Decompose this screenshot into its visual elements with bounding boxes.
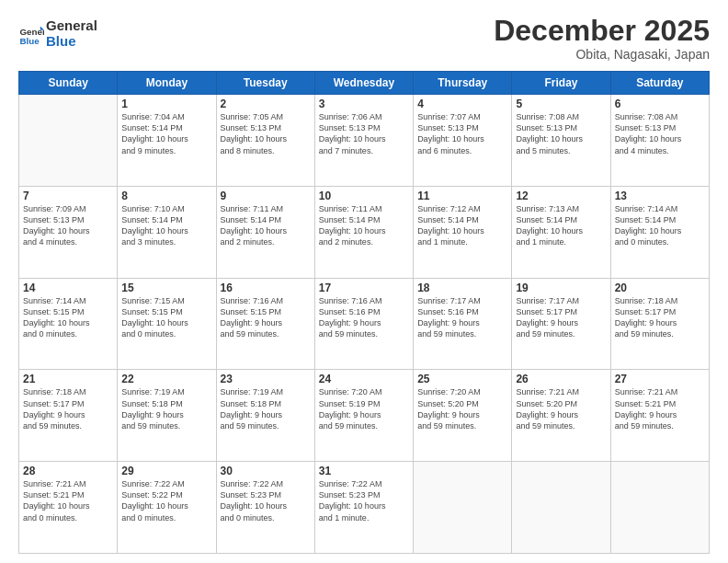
title-block: December 2025 Obita, Nagasaki, Japan: [494, 15, 710, 62]
calendar-cell: 9Sunrise: 7:11 AM Sunset: 5:14 PM Daylig…: [216, 186, 314, 278]
logo-icon: General Blue: [18, 21, 44, 47]
day-number: 15: [121, 282, 211, 294]
day-info: Sunrise: 7:22 AM Sunset: 5:23 PM Dayligh…: [319, 478, 409, 523]
day-info: Sunrise: 7:20 AM Sunset: 5:19 PM Dayligh…: [319, 386, 409, 431]
day-header-monday: Monday: [118, 72, 216, 95]
month-title: December 2025: [494, 15, 710, 47]
day-info: Sunrise: 7:04 AM Sunset: 5:14 PM Dayligh…: [121, 111, 211, 156]
day-number: 2: [221, 98, 311, 110]
day-info: Sunrise: 7:07 AM Sunset: 5:13 PM Dayligh…: [417, 111, 507, 156]
calendar-cell: 14Sunrise: 7:14 AM Sunset: 5:15 PM Dayli…: [19, 278, 118, 370]
day-info: Sunrise: 7:17 AM Sunset: 5:16 PM Dayligh…: [417, 295, 507, 340]
calendar-cell: 7Sunrise: 7:09 AM Sunset: 5:13 PM Daylig…: [19, 186, 118, 278]
day-number: 4: [417, 98, 507, 110]
day-number: 23: [221, 373, 311, 385]
calendar-cell: 19Sunrise: 7:17 AM Sunset: 5:17 PM Dayli…: [512, 278, 610, 370]
week-row-5: 28Sunrise: 7:21 AM Sunset: 5:21 PM Dayli…: [19, 462, 710, 554]
day-header-tuesday: Tuesday: [216, 72, 314, 95]
day-info: Sunrise: 7:21 AM Sunset: 5:21 PM Dayligh…: [23, 478, 113, 523]
day-number: 3: [319, 98, 409, 110]
calendar-cell: 20Sunrise: 7:18 AM Sunset: 5:17 PM Dayli…: [610, 278, 709, 370]
day-header-sunday: Sunday: [19, 72, 118, 95]
day-info: Sunrise: 7:19 AM Sunset: 5:18 PM Dayligh…: [121, 386, 211, 431]
calendar-cell: 15Sunrise: 7:15 AM Sunset: 5:15 PM Dayli…: [118, 278, 216, 370]
day-info: Sunrise: 7:12 AM Sunset: 5:14 PM Dayligh…: [417, 203, 507, 248]
calendar-cell: 18Sunrise: 7:17 AM Sunset: 5:16 PM Dayli…: [414, 278, 512, 370]
day-number: 25: [417, 373, 507, 385]
calendar-cell: 4Sunrise: 7:07 AM Sunset: 5:13 PM Daylig…: [414, 95, 512, 187]
day-info: Sunrise: 7:16 AM Sunset: 5:16 PM Dayligh…: [319, 295, 409, 340]
day-number: 10: [319, 190, 409, 202]
logo: General Blue General Blue: [18, 18, 97, 49]
day-info: Sunrise: 7:13 AM Sunset: 5:14 PM Dayligh…: [516, 203, 606, 248]
day-info: Sunrise: 7:21 AM Sunset: 5:21 PM Dayligh…: [615, 386, 705, 431]
calendar-cell: [512, 462, 610, 554]
page-container: General Blue General Blue December 2025 …: [0, 0, 728, 563]
calendar-cell: 23Sunrise: 7:19 AM Sunset: 5:18 PM Dayli…: [216, 370, 314, 462]
calendar-cell: 3Sunrise: 7:06 AM Sunset: 5:13 PM Daylig…: [314, 95, 413, 187]
calendar-cell: 8Sunrise: 7:10 AM Sunset: 5:14 PM Daylig…: [118, 186, 216, 278]
calendar-cell: 25Sunrise: 7:20 AM Sunset: 5:20 PM Dayli…: [414, 370, 512, 462]
calendar-cell: 31Sunrise: 7:22 AM Sunset: 5:23 PM Dayli…: [314, 462, 413, 554]
calendar-cell: 24Sunrise: 7:20 AM Sunset: 5:19 PM Dayli…: [314, 370, 413, 462]
day-info: Sunrise: 7:14 AM Sunset: 5:15 PM Dayligh…: [23, 295, 113, 340]
calendar-table: SundayMondayTuesdayWednesdayThursdayFrid…: [18, 71, 710, 554]
calendar-cell: 13Sunrise: 7:14 AM Sunset: 5:14 PM Dayli…: [610, 186, 709, 278]
day-header-wednesday: Wednesday: [314, 72, 413, 95]
day-number: 28: [23, 465, 113, 477]
day-info: Sunrise: 7:14 AM Sunset: 5:14 PM Dayligh…: [615, 203, 705, 248]
day-number: 27: [615, 373, 705, 385]
day-info: Sunrise: 7:18 AM Sunset: 5:17 PM Dayligh…: [23, 386, 113, 431]
day-number: 29: [121, 465, 211, 477]
day-info: Sunrise: 7:16 AM Sunset: 5:15 PM Dayligh…: [221, 295, 311, 340]
day-info: Sunrise: 7:08 AM Sunset: 5:13 PM Dayligh…: [615, 111, 705, 156]
day-info: Sunrise: 7:17 AM Sunset: 5:17 PM Dayligh…: [516, 295, 606, 340]
calendar-cell: 29Sunrise: 7:22 AM Sunset: 5:22 PM Dayli…: [118, 462, 216, 554]
calendar-cell: 21Sunrise: 7:18 AM Sunset: 5:17 PM Dayli…: [19, 370, 118, 462]
day-info: Sunrise: 7:18 AM Sunset: 5:17 PM Dayligh…: [615, 295, 705, 340]
calendar-cell: 5Sunrise: 7:08 AM Sunset: 5:13 PM Daylig…: [512, 95, 610, 187]
calendar-cell: 27Sunrise: 7:21 AM Sunset: 5:21 PM Dayli…: [610, 370, 709, 462]
day-number: 5: [516, 98, 606, 110]
day-number: 21: [23, 373, 113, 385]
calendar-cell: 28Sunrise: 7:21 AM Sunset: 5:21 PM Dayli…: [19, 462, 118, 554]
day-number: 14: [23, 282, 113, 294]
day-header-saturday: Saturday: [610, 72, 709, 95]
day-info: Sunrise: 7:22 AM Sunset: 5:22 PM Dayligh…: [121, 478, 211, 523]
day-number: 8: [121, 190, 211, 202]
day-header-friday: Friday: [512, 72, 610, 95]
header: General Blue General Blue December 2025 …: [18, 15, 710, 62]
calendar-cell: [414, 462, 512, 554]
calendar-cell: 2Sunrise: 7:05 AM Sunset: 5:13 PM Daylig…: [216, 95, 314, 187]
day-number: 7: [23, 190, 113, 202]
day-info: Sunrise: 7:11 AM Sunset: 5:14 PM Dayligh…: [319, 203, 409, 248]
svg-text:Blue: Blue: [19, 36, 40, 46]
calendar-cell: 30Sunrise: 7:22 AM Sunset: 5:23 PM Dayli…: [216, 462, 314, 554]
day-number: 20: [615, 282, 705, 294]
day-info: Sunrise: 7:09 AM Sunset: 5:13 PM Dayligh…: [23, 203, 113, 248]
logo-blue: Blue: [46, 34, 97, 50]
day-number: 9: [221, 190, 311, 202]
calendar-cell: 10Sunrise: 7:11 AM Sunset: 5:14 PM Dayli…: [314, 186, 413, 278]
day-number: 24: [319, 373, 409, 385]
day-header-thursday: Thursday: [414, 72, 512, 95]
calendar-cell: 1Sunrise: 7:04 AM Sunset: 5:14 PM Daylig…: [118, 95, 216, 187]
location-subtitle: Obita, Nagasaki, Japan: [494, 47, 710, 62]
day-info: Sunrise: 7:11 AM Sunset: 5:14 PM Dayligh…: [221, 203, 311, 248]
day-info: Sunrise: 7:22 AM Sunset: 5:23 PM Dayligh…: [221, 478, 311, 523]
day-number: 19: [516, 282, 606, 294]
calendar-cell: 11Sunrise: 7:12 AM Sunset: 5:14 PM Dayli…: [414, 186, 512, 278]
day-info: Sunrise: 7:15 AM Sunset: 5:15 PM Dayligh…: [121, 295, 211, 340]
days-header-row: SundayMondayTuesdayWednesdayThursdayFrid…: [19, 72, 710, 95]
day-number: 30: [221, 465, 311, 477]
day-info: Sunrise: 7:10 AM Sunset: 5:14 PM Dayligh…: [121, 203, 211, 248]
day-info: Sunrise: 7:05 AM Sunset: 5:13 PM Dayligh…: [221, 111, 311, 156]
week-row-4: 21Sunrise: 7:18 AM Sunset: 5:17 PM Dayli…: [19, 370, 710, 462]
day-number: 11: [417, 190, 507, 202]
day-number: 1: [121, 98, 211, 110]
week-row-2: 7Sunrise: 7:09 AM Sunset: 5:13 PM Daylig…: [19, 186, 710, 278]
week-row-3: 14Sunrise: 7:14 AM Sunset: 5:15 PM Dayli…: [19, 278, 710, 370]
calendar-cell: [19, 95, 118, 187]
calendar-cell: 22Sunrise: 7:19 AM Sunset: 5:18 PM Dayli…: [118, 370, 216, 462]
day-number: 13: [615, 190, 705, 202]
